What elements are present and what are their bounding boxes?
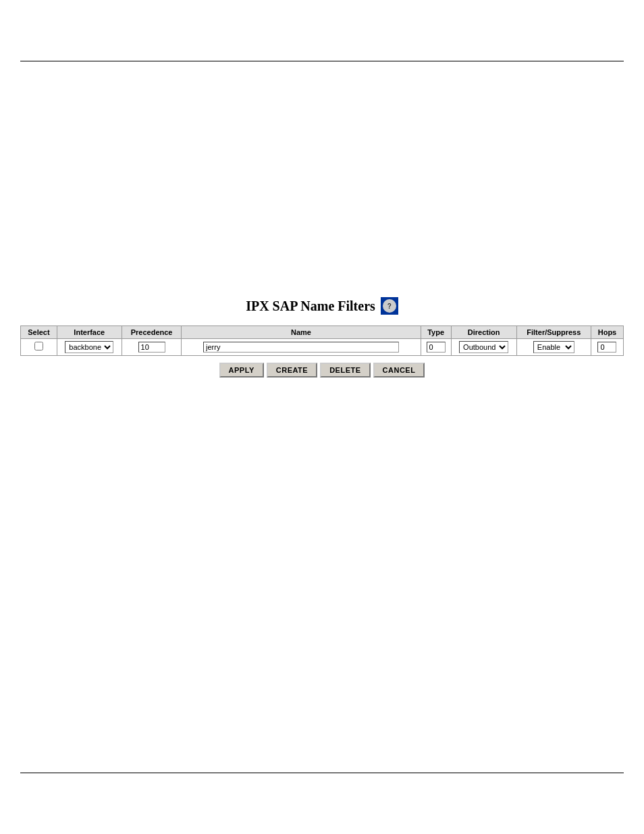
- col-header-precedence: Precedence: [122, 326, 182, 339]
- cell-select: [21, 339, 57, 356]
- precedence-input[interactable]: [138, 342, 165, 353]
- cell-direction: Inbound Outbound: [451, 339, 516, 356]
- col-header-direction: Direction: [451, 326, 516, 339]
- col-header-hops: Hops: [591, 326, 623, 339]
- filter-table: Select Interface Precedence Name Type Di…: [20, 325, 624, 356]
- cell-hops: [591, 339, 623, 356]
- button-row: APPLY CREATE DELETE CANCEL: [20, 363, 624, 377]
- delete-button[interactable]: DELETE: [320, 363, 370, 377]
- page-title: IPX SAP Name Filters: [246, 298, 375, 314]
- help-icon-inner: ?: [383, 299, 396, 313]
- type-input[interactable]: [427, 342, 446, 353]
- title-area: IPX SAP Name Filters ?: [20, 297, 624, 315]
- name-input[interactable]: [203, 342, 399, 353]
- cell-precedence: [122, 339, 182, 356]
- create-button[interactable]: CREATE: [267, 363, 317, 377]
- direction-select[interactable]: Inbound Outbound: [459, 341, 508, 353]
- col-header-type: Type: [421, 326, 451, 339]
- help-icon-button[interactable]: ?: [381, 297, 398, 315]
- table-row: backbone Inbound Outbound: [21, 339, 624, 356]
- col-header-name: Name: [182, 326, 421, 339]
- cell-name: [182, 339, 421, 356]
- top-divider: [20, 61, 624, 61]
- col-header-interface: Interface: [57, 326, 122, 339]
- col-header-filter-suppress: Filter/Suppress: [516, 326, 591, 339]
- apply-button[interactable]: APPLY: [219, 363, 264, 377]
- row-select-checkbox[interactable]: [34, 342, 43, 350]
- cancel-button[interactable]: CANCEL: [373, 363, 425, 377]
- main-content: IPX SAP Name Filters ? Select Interface …: [20, 74, 624, 377]
- filter-suppress-select[interactable]: Enable Disable: [533, 341, 574, 353]
- hops-input[interactable]: [597, 342, 616, 353]
- cell-interface: backbone: [57, 339, 122, 356]
- bottom-divider: [20, 773, 624, 773]
- interface-select[interactable]: backbone: [65, 341, 113, 353]
- cell-type: [421, 339, 451, 356]
- col-header-select: Select: [21, 326, 57, 339]
- cell-filter-suppress: Enable Disable: [516, 339, 591, 356]
